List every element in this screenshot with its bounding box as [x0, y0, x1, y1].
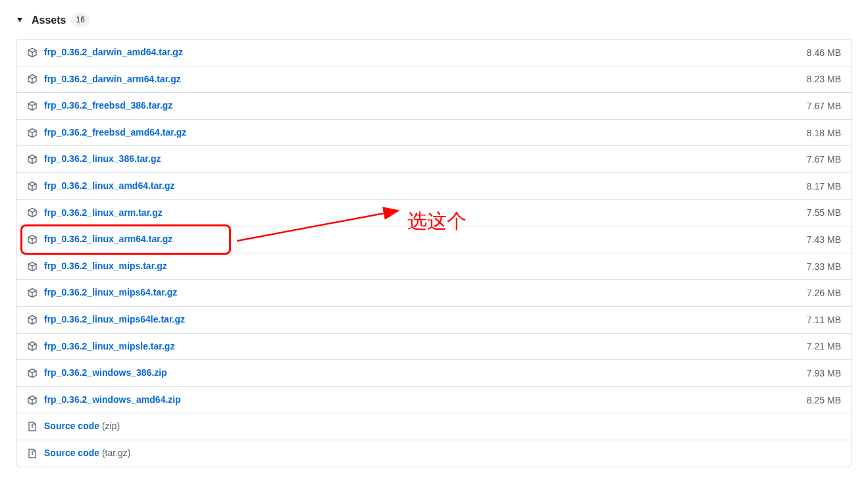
asset-size: 7.67 MB — [807, 154, 841, 165]
asset-link[interactable]: frp_0.36.2_linux_386.tar.gz — [44, 153, 807, 166]
package-icon — [27, 154, 38, 165]
asset-size: 7.11 MB — [807, 315, 841, 325]
asset-row: frp_0.36.2_linux_arm64.tar.gz7.43 MB — [16, 226, 852, 253]
asset-size: 7.26 MB — [807, 288, 841, 298]
asset-row: frp_0.36.2_darwin_arm64.tar.gz8.23 MB — [16, 66, 852, 93]
asset-row: frp_0.36.2_linux_mips64le.tar.gz7.11 MB — [16, 306, 852, 333]
asset-row: frp_0.36.2_windows_386.zip7.93 MB — [16, 359, 852, 386]
package-icon — [27, 74, 38, 84]
asset-ext: (tar.gz) — [99, 448, 130, 458]
file-zip-icon — [27, 448, 38, 459]
asset-size: 7.67 MB — [807, 101, 841, 111]
asset-link[interactable]: frp_0.36.2_linux_mips.tar.gz — [44, 260, 807, 273]
package-icon — [27, 181, 38, 192]
package-icon — [27, 395, 38, 405]
asset-size: 7.55 MB — [807, 207, 841, 218]
assets-title: Assets — [32, 14, 66, 26]
asset-link[interactable]: frp_0.36.2_linux_mips64le.tar.gz — [44, 313, 807, 326]
package-icon — [27, 315, 38, 325]
package-icon — [27, 261, 38, 272]
asset-row: frp_0.36.2_windows_amd64.zip8.25 MB — [16, 386, 852, 413]
asset-size: 8.25 MB — [807, 395, 841, 405]
package-icon — [27, 368, 38, 378]
asset-row: frp_0.36.2_linux_amd64.tar.gz8.17 MB — [16, 172, 852, 199]
asset-row: Source code (tar.gz) — [16, 440, 852, 467]
asset-row: frp_0.36.2_darwin_amd64.tar.gz8.46 MB — [16, 39, 852, 66]
asset-row: frp_0.36.2_linux_mips64.tar.gz7.26 MB — [16, 279, 852, 306]
asset-size: 7.21 MB — [807, 341, 841, 351]
asset-link[interactable]: frp_0.36.2_windows_386.zip — [44, 367, 807, 380]
asset-link[interactable]: frp_0.36.2_linux_mipsle.tar.gz — [44, 340, 807, 353]
asset-row: frp_0.36.2_linux_mipsle.tar.gz7.21 MB — [16, 333, 852, 360]
package-icon — [27, 234, 38, 245]
package-icon — [27, 207, 38, 218]
assets-header[interactable]: Assets 16 — [16, 13, 852, 27]
asset-link[interactable]: frp_0.36.2_linux_arm.tar.gz — [44, 207, 807, 220]
asset-row: frp_0.36.2_linux_386.tar.gz7.67 MB — [16, 145, 852, 172]
package-icon — [27, 101, 38, 111]
asset-link[interactable]: frp_0.36.2_linux_amd64.tar.gz — [44, 180, 807, 193]
package-icon — [27, 288, 38, 298]
asset-row: frp_0.36.2_freebsd_amd64.tar.gz8.18 MB — [16, 119, 852, 146]
asset-link[interactable]: Source code (tar.gz) — [44, 447, 841, 460]
asset-size: 8.17 MB — [807, 181, 841, 192]
asset-link[interactable]: frp_0.36.2_darwin_arm64.tar.gz — [44, 73, 807, 86]
package-icon — [27, 341, 38, 351]
asset-link[interactable]: frp_0.36.2_windows_amd64.zip — [44, 394, 807, 407]
assets-list: frp_0.36.2_darwin_amd64.tar.gz8.46 MBfrp… — [16, 39, 852, 467]
asset-size: 7.93 MB — [807, 368, 841, 378]
asset-ext: (zip) — [99, 421, 120, 431]
asset-size: 7.33 MB — [807, 261, 841, 272]
asset-size: 8.23 MB — [807, 74, 841, 84]
file-zip-icon — [27, 421, 38, 432]
asset-size: 8.46 MB — [807, 47, 841, 58]
asset-link[interactable]: Source code (zip) — [44, 420, 841, 433]
caret-down-icon — [17, 18, 22, 22]
asset-size: 7.43 MB — [807, 234, 841, 245]
asset-row: frp_0.36.2_freebsd_386.tar.gz7.67 MB — [16, 92, 852, 119]
asset-link[interactable]: frp_0.36.2_darwin_amd64.tar.gz — [44, 46, 807, 59]
assets-count-badge: 16 — [71, 13, 89, 27]
asset-size: 8.18 MB — [807, 128, 841, 138]
package-icon — [27, 47, 38, 58]
asset-row: frp_0.36.2_linux_arm.tar.gz7.55 MB — [16, 199, 852, 226]
asset-link[interactable]: frp_0.36.2_freebsd_386.tar.gz — [44, 99, 807, 113]
asset-link[interactable]: frp_0.36.2_linux_arm64.tar.gz — [44, 233, 807, 246]
asset-row: frp_0.36.2_linux_mips.tar.gz7.33 MB — [16, 253, 852, 280]
asset-row: Source code (zip) — [16, 413, 852, 440]
package-icon — [27, 128, 38, 138]
asset-link[interactable]: frp_0.36.2_freebsd_amd64.tar.gz — [44, 126, 807, 140]
asset-link[interactable]: frp_0.36.2_linux_mips64.tar.gz — [44, 286, 807, 299]
